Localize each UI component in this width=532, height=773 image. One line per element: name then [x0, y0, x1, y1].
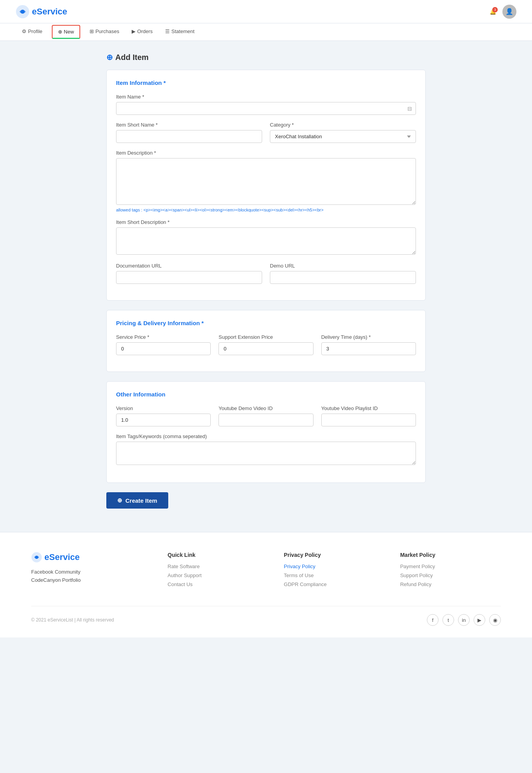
- documentation-url-label: Documentation URL: [116, 263, 262, 269]
- logo-icon: [16, 5, 30, 19]
- category-col: Category * XeroChat Installation: [270, 122, 416, 150]
- item-description-textarea[interactable]: [116, 158, 416, 205]
- short-name-category-row: Item Short Name * Category * XeroChat In…: [116, 122, 416, 150]
- youtube-playlist-group: Youtube Video Playlist ID: [321, 405, 416, 426]
- item-short-name-input[interactable]: [116, 130, 262, 143]
- main-content: ⊕ Add Item Item Information * Item Name …: [99, 53, 433, 509]
- youtube-social-icon[interactable]: ▶: [474, 614, 485, 626]
- header: eService 🔔 3 👤: [0, 0, 532, 23]
- svg-point-1: [21, 10, 25, 14]
- service-price-group: Service Price *: [116, 334, 211, 355]
- nav: ⚙ Profile ⊕ New ⊞ Purchases ▶ Orders ☰ S…: [0, 23, 532, 41]
- pricing-section: Pricing & Delivery Information * Service…: [106, 310, 426, 372]
- demo-url-label: Demo URL: [270, 263, 416, 269]
- nav-label-statement: Statement: [171, 28, 194, 34]
- privacy-policy-title: Privacy Policy: [284, 552, 385, 558]
- create-item-button[interactable]: ⊕ Create Item: [106, 492, 168, 509]
- support-extension-price-col: Support Extension Price: [218, 334, 313, 362]
- nav-label-profile: Profile: [28, 28, 42, 34]
- footer-logo-text: eService: [44, 552, 80, 562]
- linkedin-social-icon[interactable]: in: [458, 614, 470, 626]
- footer-refund-policy[interactable]: Refund Policy: [400, 581, 501, 587]
- item-short-description-label: Item Short Description *: [116, 219, 416, 225]
- pricing-row: Service Price * Support Extension Price …: [116, 334, 416, 362]
- footer-logo[interactable]: eService: [31, 552, 152, 563]
- item-description-group: Item Description * allowed tags : <p><im…: [116, 150, 416, 212]
- profile-icon: ⚙: [22, 28, 26, 34]
- service-price-input[interactable]: [116, 342, 211, 355]
- footer-gdpr[interactable]: GDPR Compliance: [284, 581, 385, 587]
- delivery-time-input[interactable]: [321, 342, 416, 355]
- footer-grid: eService Facebook Community CodeCanyon P…: [31, 552, 501, 590]
- add-icon: ⊕: [106, 53, 113, 62]
- item-name-label: Item Name *: [116, 94, 416, 100]
- tags-group: Item Tags/Keywords (comma seperated): [116, 433, 416, 466]
- footer-privacy-policy[interactable]: Privacy Policy: [284, 563, 385, 569]
- create-item-label: Create Item: [125, 497, 157, 504]
- logo[interactable]: eService: [16, 5, 67, 19]
- item-short-name-group: Item Short Name *: [116, 122, 262, 143]
- documentation-url-input[interactable]: [116, 271, 262, 284]
- orders-icon: ▶: [132, 28, 136, 34]
- social-links: f t in ▶ ◉: [427, 614, 501, 626]
- footer-support-policy[interactable]: Support Policy: [400, 572, 501, 578]
- item-name-wrap: ⊟: [116, 102, 416, 115]
- version-label: Version: [116, 405, 211, 411]
- footer-terms-of-use[interactable]: Terms of Use: [284, 572, 385, 578]
- svg-point-3: [35, 556, 38, 559]
- nav-item-profile[interactable]: ⚙ Profile: [16, 24, 49, 40]
- facebook-social-icon[interactable]: f: [427, 614, 439, 626]
- footer-codecanyon-link[interactable]: CodeCanyon Portfolio: [31, 577, 152, 583]
- footer-facebook-link[interactable]: Facebook Community: [31, 569, 152, 575]
- nav-label-orders: Orders: [137, 28, 153, 34]
- item-information-title: Item Information *: [116, 79, 416, 86]
- version-input[interactable]: [116, 414, 211, 426]
- youtube-demo-input[interactable]: [218, 414, 313, 426]
- nav-item-orders[interactable]: ▶ Orders: [125, 24, 159, 40]
- new-icon: ⊕: [58, 29, 62, 35]
- notification-bell[interactable]: 🔔 3: [490, 9, 496, 15]
- item-description-label: Item Description *: [116, 150, 416, 156]
- demo-url-group: Demo URL: [270, 263, 416, 284]
- purchases-icon: ⊞: [90, 28, 94, 34]
- delivery-time-col: Delivery Time (days) *: [321, 334, 416, 362]
- youtube-playlist-label: Youtube Video Playlist ID: [321, 405, 416, 411]
- nav-item-statement[interactable]: ☰ Statement: [159, 24, 201, 40]
- other-information-title: Other Information: [116, 391, 416, 398]
- item-name-input[interactable]: [116, 102, 416, 115]
- text-format-icon: ⊟: [407, 106, 412, 112]
- tags-textarea[interactable]: [116, 442, 416, 465]
- logo-text: eService: [32, 7, 67, 17]
- footer-rate-software[interactable]: Rate Software: [167, 563, 268, 569]
- nav-item-new[interactable]: ⊕ New: [52, 25, 80, 39]
- demo-url-input[interactable]: [270, 271, 416, 284]
- support-extension-price-input[interactable]: [218, 342, 313, 355]
- support-extension-price-group: Support Extension Price: [218, 334, 313, 355]
- category-select[interactable]: XeroChat Installation: [270, 130, 416, 143]
- pricing-title: Pricing & Delivery Information *: [116, 320, 416, 326]
- youtube-playlist-input[interactable]: [321, 414, 416, 426]
- footer-market-col: Market Policy Payment Policy Support Pol…: [400, 552, 501, 590]
- footer-contact-us[interactable]: Contact Us: [167, 581, 268, 587]
- twitter-social-icon[interactable]: t: [442, 614, 454, 626]
- notification-badge: 3: [492, 7, 498, 12]
- demo-url-col: Demo URL: [270, 263, 416, 291]
- market-policy-title: Market Policy: [400, 552, 501, 558]
- item-short-description-textarea[interactable]: [116, 227, 416, 255]
- footer-privacy-col: Privacy Policy Privacy Policy Terms of U…: [284, 552, 385, 590]
- documentation-url-group: Documentation URL: [116, 263, 262, 284]
- footer-payment-policy[interactable]: Payment Policy: [400, 563, 501, 569]
- category-label: Category *: [270, 122, 416, 128]
- quick-link-title: Quick Link: [167, 552, 268, 558]
- youtube-demo-col: Youtube Demo Video ID: [218, 405, 313, 433]
- footer-author-support[interactable]: Author Support: [167, 572, 268, 578]
- create-plus-icon: ⊕: [117, 497, 122, 504]
- youtube-demo-group: Youtube Demo Video ID: [218, 405, 313, 426]
- item-information-section: Item Information * Item Name * ⊟ Item Sh…: [106, 70, 426, 301]
- nav-item-purchases[interactable]: ⊞ Purchases: [83, 24, 125, 40]
- footer: eService Facebook Community CodeCanyon P…: [0, 532, 532, 637]
- page-title: ⊕ Add Item: [106, 53, 426, 62]
- other-information-section: Other Information Version Youtube Demo V…: [106, 381, 426, 483]
- avatar[interactable]: 👤: [502, 5, 516, 19]
- instagram-social-icon[interactable]: ◉: [489, 614, 501, 626]
